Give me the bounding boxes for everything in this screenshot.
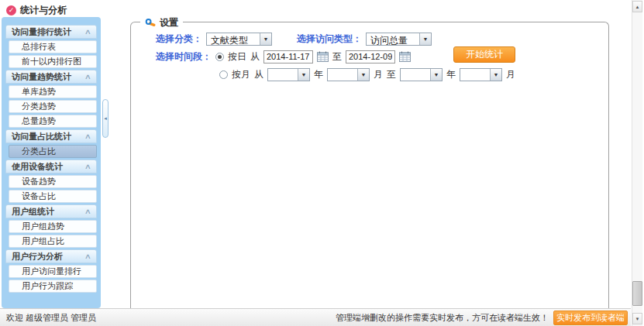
- page-title: 统计与分析: [20, 4, 67, 17]
- scroll-up-icon[interactable]: ▲: [632, 1, 642, 12]
- sidebar-collapse-handle[interactable]: ◂: [102, 99, 108, 138]
- welcome-text: 欢迎 超级管理员 管理员: [6, 312, 96, 324]
- chevron-down-icon[interactable]: ▼: [419, 33, 431, 45]
- sidebar-item-top10-chart[interactable]: 前十以内排行图: [9, 55, 97, 68]
- from-label: 从: [250, 50, 260, 63]
- month-label: 月: [374, 68, 383, 81]
- to-label: 至: [387, 68, 396, 81]
- vertical-scrollbar[interactable]: ▲ ▼: [632, 0, 642, 326]
- to-label: 至: [332, 50, 342, 63]
- status-bar: 欢迎 超级管理员 管理员 管理端增删改的操作需要实时发布，方可在读者端生效！ 实…: [0, 308, 631, 326]
- to-year-select[interactable]: ▼: [400, 68, 443, 81]
- date-from-input[interactable]: [263, 50, 313, 63]
- chevron-down-icon[interactable]: ▼: [298, 69, 309, 81]
- from-month-value: [328, 69, 357, 81]
- sidebar-group-header-user-behavior[interactable]: 用户行为分析 ∧: [5, 249, 97, 263]
- sidebar-item-category-trend[interactable]: 分类趋势: [9, 100, 97, 113]
- sidebar-item-total-trend[interactable]: 总量趋势: [9, 115, 97, 128]
- sidebar-item-device-trend[interactable]: 设备趋势: [9, 175, 97, 188]
- chevron-up-icon: ∧: [84, 28, 91, 36]
- app-window: ✓ 统计与分析 访问量排行统计 ∧ 总排行表 前十以内排行图 访问量趋势统计 ∧…: [0, 0, 644, 326]
- settings-wrench-icon: [145, 18, 157, 28]
- chevron-down-icon[interactable]: ▼: [430, 69, 442, 81]
- form-row-category: 选择分类： 文献类型 ▼ 选择访问类型： 访问总量 ▼: [156, 32, 519, 46]
- chevron-up-icon: ∧: [84, 73, 91, 81]
- from-year-value: [268, 69, 298, 81]
- chevron-down-icon[interactable]: ▼: [260, 33, 271, 45]
- visit-type-label: 选择访问类型：: [297, 33, 362, 46]
- publish-notice-text: 管理端增删改的操作需要实时发布，方可在读者端生效！: [336, 312, 549, 324]
- date-to-input[interactable]: [346, 50, 395, 63]
- chevron-up-icon: ∧: [84, 163, 91, 170]
- settings-panel: 设置 选择分类： 文献类型 ▼ 选择访问类型： 访问总量 ▼ 选择时间段：: [130, 22, 609, 308]
- start-statistics-button[interactable]: 开始统计: [453, 46, 515, 63]
- sidebar-group-label: 访问量趋势统计: [12, 71, 71, 83]
- sidebar-group-label: 用户行为分析: [12, 251, 63, 263]
- from-month-select[interactable]: ▼: [327, 68, 370, 81]
- sidebar-group-header-visit-trend[interactable]: 访问量趋势统计 ∧: [5, 70, 97, 84]
- visit-type-select[interactable]: 访问总量 ▼: [366, 33, 432, 46]
- by-day-label: 按日: [228, 50, 246, 63]
- sidebar-item-usergroup-trend[interactable]: 用户组趋势: [9, 220, 97, 233]
- sidebar-item-usergroup-share[interactable]: 用户组占比: [9, 235, 97, 248]
- by-month-label: 按月: [232, 68, 250, 81]
- sidebar-group-visit-trend: 访问量趋势统计 ∧ 单库趋势 分类趋势 总量趋势: [2, 70, 101, 128]
- sidebar-group-header-visit-ranking[interactable]: 访问量排行统计 ∧: [5, 25, 97, 39]
- sidebar-group-visit-share: 访问量占比统计 ∧ 分类占比: [2, 129, 101, 158]
- sidebar-item-user-visit-ranking[interactable]: 用户访问量排行: [9, 265, 97, 278]
- scroll-down-icon[interactable]: ▼: [632, 313, 642, 324]
- publish-to-reader-button[interactable]: 实时发布到读者端: [553, 311, 628, 325]
- visit-type-select-value: 访问总量: [367, 33, 419, 45]
- settings-legend: 设置: [140, 16, 183, 29]
- year-label: 年: [446, 68, 456, 81]
- sidebar-item-category-share-selected[interactable]: 分类占比: [9, 145, 97, 158]
- by-day-radio[interactable]: [215, 53, 224, 61]
- collapse-left-icon: ◂: [104, 115, 107, 122]
- sidebar-group-label: 使用设备统计: [12, 161, 63, 173]
- form-row-by-month: 按月 从 ▼ 年 ▼ 月 至 ▼ 年: [156, 67, 519, 81]
- category-label: 选择分类：: [156, 33, 202, 46]
- check-badge-icon: ✓: [6, 5, 16, 15]
- sidebar-item-total-ranking[interactable]: 总排行表: [9, 40, 97, 53]
- sidebar-group-label: 用户组统计: [12, 206, 54, 218]
- sidebar-group-usergroup-stats: 用户组统计 ∧ 用户组趋势 用户组占比: [2, 204, 101, 248]
- sidebar-group-header-usergroup-stats[interactable]: 用户组统计 ∧: [5, 204, 97, 218]
- chevron-up-icon: ∧: [84, 132, 91, 140]
- sidebar-group-visit-ranking: 访问量排行统计 ∧ 总排行表 前十以内排行图: [2, 25, 101, 68]
- category-select-value: 文献类型: [207, 33, 260, 45]
- sidebar-group-device-stats: 使用设备统计 ∧ 设备趋势 设备占比: [2, 160, 101, 203]
- period-label: 选择时间段：: [156, 50, 212, 63]
- chevron-down-icon[interactable]: ▼: [490, 69, 501, 81]
- calendar-icon[interactable]: [399, 51, 411, 62]
- sidebar-group-label: 访问量占比统计: [12, 131, 71, 142]
- sidebar-group-header-visit-share[interactable]: 访问量占比统计 ∧: [5, 129, 97, 143]
- sidebar: 访问量排行统计 ∧ 总排行表 前十以内排行图 访问量趋势统计 ∧ 单库趋势 分类…: [2, 17, 101, 308]
- chevron-up-icon: ∧: [84, 208, 91, 215]
- calendar-icon[interactable]: [317, 51, 329, 62]
- by-month-radio[interactable]: [219, 70, 228, 79]
- sidebar-group-label: 访问量排行统计: [12, 26, 71, 38]
- from-year-select[interactable]: ▼: [267, 68, 310, 81]
- from-label: 从: [254, 68, 263, 81]
- year-label: 年: [314, 68, 323, 81]
- chevron-down-icon[interactable]: ▼: [357, 69, 369, 81]
- month-label: 月: [506, 68, 515, 81]
- sidebar-group-user-behavior: 用户行为分析 ∧ 用户访问量排行 用户行为跟踪: [2, 249, 101, 293]
- chevron-up-icon: ∧: [84, 252, 91, 260]
- settings-legend-label: 设置: [160, 16, 178, 29]
- to-month-select[interactable]: ▼: [460, 68, 502, 81]
- category-select[interactable]: 文献类型 ▼: [206, 33, 272, 46]
- sidebar-item-user-behavior-track[interactable]: 用户行为跟踪: [9, 280, 97, 293]
- to-year-value: [401, 69, 430, 81]
- sidebar-item-single-db-trend[interactable]: 单库趋势: [9, 85, 97, 98]
- to-month-value: [460, 69, 490, 81]
- sidebar-group-header-device-stats[interactable]: 使用设备统计 ∧: [5, 160, 97, 173]
- sidebar-item-device-share[interactable]: 设备占比: [9, 190, 97, 203]
- app-header: ✓ 统计与分析: [6, 3, 67, 17]
- scrollbar-thumb[interactable]: [632, 281, 642, 306]
